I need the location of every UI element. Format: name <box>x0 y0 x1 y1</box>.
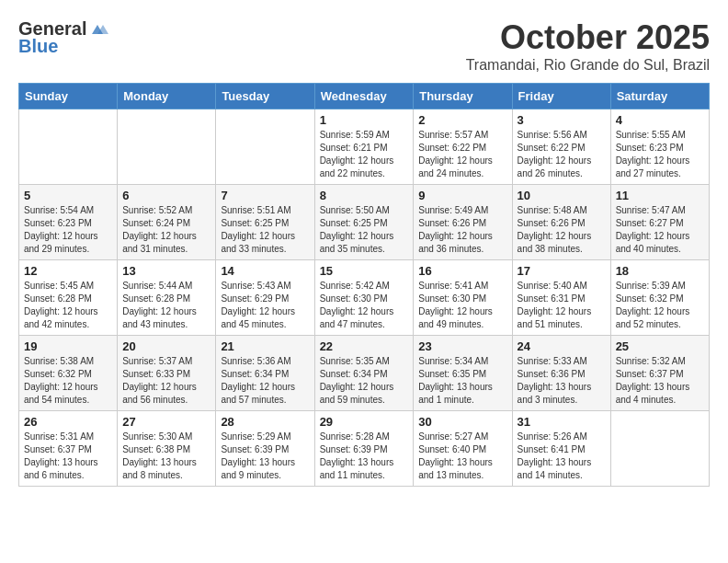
day-number: 14 <box>221 264 309 278</box>
day-number: 10 <box>518 189 606 202</box>
calendar-cell: 12Sunrise: 5:45 AM Sunset: 6:28 PM Dayli… <box>19 260 118 336</box>
day-number: 22 <box>320 339 409 353</box>
calendar-cell: 18Sunrise: 5:39 AM Sunset: 6:32 PM Dayli… <box>610 260 709 336</box>
day-number: 21 <box>221 339 309 353</box>
day-info: Sunrise: 5:36 AM Sunset: 6:34 PM Dayligh… <box>221 355 309 407</box>
weekday-header-wednesday: Wednesday <box>314 84 414 109</box>
calendar-cell: 16Sunrise: 5:41 AM Sunset: 6:30 PM Dayli… <box>414 260 512 336</box>
calendar-cell: 7Sunrise: 5:51 AM Sunset: 6:25 PM Daylig… <box>216 185 314 260</box>
day-info: Sunrise: 5:29 AM Sunset: 6:39 PM Dayligh… <box>221 431 309 482</box>
weekday-header-friday: Friday <box>512 84 610 109</box>
weekday-header-row: SundayMondayTuesdayWednesdayThursdayFrid… <box>19 84 710 109</box>
calendar-cell: 5Sunrise: 5:54 AM Sunset: 6:23 PM Daylig… <box>19 185 118 260</box>
day-number: 8 <box>320 189 409 202</box>
week-row-5: 26Sunrise: 5:31 AM Sunset: 6:37 PM Dayli… <box>19 411 710 487</box>
day-number: 20 <box>122 339 210 353</box>
calendar-cell <box>118 109 216 185</box>
weekday-header-tuesday: Tuesday <box>216 84 314 109</box>
day-number: 23 <box>418 339 506 353</box>
calendar-cell: 21Sunrise: 5:36 AM Sunset: 6:34 PM Dayli… <box>216 336 314 411</box>
day-number: 16 <box>418 264 506 278</box>
weekday-header-sunday: Sunday <box>19 84 118 109</box>
week-row-4: 19Sunrise: 5:38 AM Sunset: 6:32 PM Dayli… <box>19 336 710 411</box>
day-info: Sunrise: 5:55 AM Sunset: 6:23 PM Dayligh… <box>616 129 704 180</box>
calendar-title: October 2025 <box>466 18 710 57</box>
week-row-3: 12Sunrise: 5:45 AM Sunset: 6:28 PM Dayli… <box>19 260 710 336</box>
calendar-cell: 10Sunrise: 5:48 AM Sunset: 6:26 PM Dayli… <box>512 185 610 260</box>
day-number: 24 <box>518 339 606 353</box>
day-number: 31 <box>518 415 606 429</box>
calendar-cell: 13Sunrise: 5:44 AM Sunset: 6:28 PM Dayli… <box>118 260 216 336</box>
calendar-cell: 15Sunrise: 5:42 AM Sunset: 6:30 PM Dayli… <box>314 260 414 336</box>
calendar-cell: 23Sunrise: 5:34 AM Sunset: 6:35 PM Dayli… <box>414 336 512 411</box>
day-number: 19 <box>24 339 112 353</box>
day-number: 27 <box>122 415 210 429</box>
day-number: 11 <box>616 189 704 202</box>
calendar-subtitle: Tramandai, Rio Grande do Sul, Brazil <box>466 57 710 74</box>
day-info: Sunrise: 5:26 AM Sunset: 6:41 PM Dayligh… <box>518 431 606 482</box>
day-number: 17 <box>518 264 606 278</box>
day-number: 25 <box>616 339 704 353</box>
day-info: Sunrise: 5:56 AM Sunset: 6:22 PM Dayligh… <box>518 129 606 180</box>
logo: General Blue <box>18 18 108 57</box>
calendar-cell: 6Sunrise: 5:52 AM Sunset: 6:24 PM Daylig… <box>118 185 216 260</box>
day-info: Sunrise: 5:40 AM Sunset: 6:31 PM Dayligh… <box>518 280 606 331</box>
day-number: 28 <box>221 415 309 429</box>
day-info: Sunrise: 5:44 AM Sunset: 6:28 PM Dayligh… <box>122 280 210 331</box>
calendar-cell <box>216 109 314 185</box>
calendar-cell: 25Sunrise: 5:32 AM Sunset: 6:37 PM Dayli… <box>610 336 709 411</box>
day-info: Sunrise: 5:54 AM Sunset: 6:23 PM Dayligh… <box>24 204 112 256</box>
day-info: Sunrise: 5:43 AM Sunset: 6:29 PM Dayligh… <box>221 280 309 331</box>
day-info: Sunrise: 5:32 AM Sunset: 6:37 PM Dayligh… <box>616 355 704 407</box>
day-info: Sunrise: 5:37 AM Sunset: 6:33 PM Dayligh… <box>122 355 210 407</box>
day-number: 26 <box>24 415 112 429</box>
calendar-cell: 22Sunrise: 5:35 AM Sunset: 6:34 PM Dayli… <box>314 336 414 411</box>
calendar-cell: 20Sunrise: 5:37 AM Sunset: 6:33 PM Dayli… <box>118 336 216 411</box>
calendar-cell: 17Sunrise: 5:40 AM Sunset: 6:31 PM Dayli… <box>512 260 610 336</box>
day-info: Sunrise: 5:33 AM Sunset: 6:36 PM Dayligh… <box>518 355 606 407</box>
calendar-cell: 26Sunrise: 5:31 AM Sunset: 6:37 PM Dayli… <box>19 411 118 487</box>
day-info: Sunrise: 5:48 AM Sunset: 6:26 PM Dayligh… <box>518 204 606 256</box>
calendar-cell: 3Sunrise: 5:56 AM Sunset: 6:22 PM Daylig… <box>512 109 610 185</box>
calendar-cell: 31Sunrise: 5:26 AM Sunset: 6:41 PM Dayli… <box>512 411 610 487</box>
day-number: 13 <box>122 264 210 278</box>
calendar-table: SundayMondayTuesdayWednesdayThursdayFrid… <box>18 83 710 487</box>
day-info: Sunrise: 5:57 AM Sunset: 6:22 PM Dayligh… <box>418 129 506 180</box>
weekday-header-saturday: Saturday <box>610 84 709 109</box>
calendar-cell: 11Sunrise: 5:47 AM Sunset: 6:27 PM Dayli… <box>610 185 709 260</box>
calendar-cell: 24Sunrise: 5:33 AM Sunset: 6:36 PM Dayli… <box>512 336 610 411</box>
day-number: 30 <box>418 415 506 429</box>
day-number: 15 <box>320 264 409 278</box>
day-info: Sunrise: 5:28 AM Sunset: 6:39 PM Dayligh… <box>320 431 409 482</box>
week-row-2: 5Sunrise: 5:54 AM Sunset: 6:23 PM Daylig… <box>19 185 710 260</box>
day-info: Sunrise: 5:42 AM Sunset: 6:30 PM Dayligh… <box>320 280 409 331</box>
calendar-cell: 9Sunrise: 5:49 AM Sunset: 6:26 PM Daylig… <box>414 185 512 260</box>
day-number: 2 <box>418 113 506 127</box>
calendar-cell <box>19 109 118 185</box>
week-row-1: 1Sunrise: 5:59 AM Sunset: 6:21 PM Daylig… <box>19 109 710 185</box>
day-info: Sunrise: 5:31 AM Sunset: 6:37 PM Dayligh… <box>24 431 112 482</box>
calendar-cell: 4Sunrise: 5:55 AM Sunset: 6:23 PM Daylig… <box>610 109 709 185</box>
logo-blue-text: Blue <box>18 36 58 57</box>
day-number: 18 <box>616 264 704 278</box>
calendar-cell: 2Sunrise: 5:57 AM Sunset: 6:22 PM Daylig… <box>414 109 512 185</box>
calendar-cell: 19Sunrise: 5:38 AM Sunset: 6:32 PM Dayli… <box>19 336 118 411</box>
day-info: Sunrise: 5:49 AM Sunset: 6:26 PM Dayligh… <box>418 204 506 256</box>
day-info: Sunrise: 5:50 AM Sunset: 6:25 PM Dayligh… <box>320 204 409 256</box>
day-info: Sunrise: 5:59 AM Sunset: 6:21 PM Dayligh… <box>320 129 409 180</box>
title-area: October 2025 Tramandai, Rio Grande do Su… <box>466 18 710 74</box>
day-info: Sunrise: 5:47 AM Sunset: 6:27 PM Dayligh… <box>616 204 704 256</box>
weekday-header-monday: Monday <box>118 84 216 109</box>
calendar-cell: 29Sunrise: 5:28 AM Sunset: 6:39 PM Dayli… <box>314 411 414 487</box>
day-info: Sunrise: 5:34 AM Sunset: 6:35 PM Dayligh… <box>418 355 506 407</box>
header: General Blue October 2025 Tramandai, Rio… <box>18 18 710 74</box>
logo-icon <box>88 21 108 38</box>
day-number: 4 <box>616 113 704 127</box>
day-info: Sunrise: 5:35 AM Sunset: 6:34 PM Dayligh… <box>320 355 409 407</box>
day-info: Sunrise: 5:41 AM Sunset: 6:30 PM Dayligh… <box>418 280 506 331</box>
day-info: Sunrise: 5:39 AM Sunset: 6:32 PM Dayligh… <box>616 280 704 331</box>
calendar-cell: 30Sunrise: 5:27 AM Sunset: 6:40 PM Dayli… <box>414 411 512 487</box>
day-number: 3 <box>518 113 606 127</box>
calendar-cell: 1Sunrise: 5:59 AM Sunset: 6:21 PM Daylig… <box>314 109 414 185</box>
calendar-cell <box>610 411 709 487</box>
